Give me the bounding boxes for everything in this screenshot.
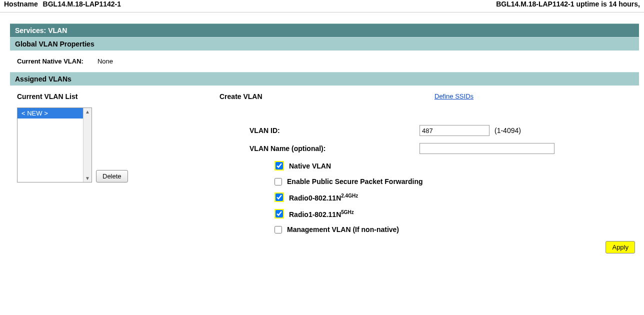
list-item[interactable]: < NEW > xyxy=(18,108,83,118)
radio0-checkbox[interactable] xyxy=(276,194,283,201)
radio1-prefix: Radio1-802.11N xyxy=(289,210,341,218)
vlan-id-label: VLAN ID: xyxy=(234,126,420,134)
define-ssids-link[interactable]: Define SSIDs xyxy=(434,92,474,100)
radio0-prefix: Radio0-802.11N xyxy=(289,194,341,202)
pspf-cb-label: Enable Public Secure Packet Forwarding xyxy=(287,178,423,186)
divider xyxy=(0,12,644,12)
scroll-down-icon[interactable]: ▼ xyxy=(85,174,90,182)
col-left: Current VLAN List < NEW > ▲ ▼ Delete xyxy=(17,92,220,182)
hostname-value: BGL14.M.18-LAP1142-1 xyxy=(43,0,121,8)
vlan-list-heading: Current VLAN List xyxy=(17,92,220,100)
native-vlan-checkbox[interactable] xyxy=(276,162,283,170)
radio0-cb-label: Radio0-802.11N2.4GHz xyxy=(289,193,358,202)
radio1-sup: 5GHz xyxy=(341,210,354,215)
vlan-id-input[interactable] xyxy=(420,125,490,136)
mgmt-vlan-cb-label: Management VLAN (If non-native) xyxy=(287,226,399,234)
radio0-sup: 2.4GHz xyxy=(341,193,358,198)
scroll-up-icon[interactable]: ▲ xyxy=(85,108,90,116)
native-vlan-label: Current Native VLAN: xyxy=(17,58,84,65)
header-global-props: Global VLAN Properties xyxy=(10,37,639,50)
radio1-checkbox[interactable] xyxy=(276,210,283,218)
vlan-name-label: VLAN Name (optional): xyxy=(234,144,420,152)
vlan-listbox[interactable]: < NEW > ▲ ▼ xyxy=(17,108,92,182)
vlan-name-input[interactable] xyxy=(420,143,554,154)
header-services-vlan: Services: VLAN xyxy=(10,24,639,37)
vlan-id-hint: (1-4094) xyxy=(494,126,521,134)
scrollbar[interactable]: ▲ ▼ xyxy=(83,108,92,182)
footer-buttons: Apply xyxy=(606,241,635,254)
native-vlan-value: None xyxy=(98,58,113,65)
delete-button[interactable]: Delete xyxy=(96,170,128,182)
top-info-row: Hostname BGL14.M.18-LAP1142-1 BGL14.M.18… xyxy=(0,0,644,10)
hostname-label: Hostname xyxy=(4,0,38,8)
col-mid: Create VLAN xyxy=(220,92,434,108)
mgmt-vlan-checkbox[interactable] xyxy=(274,226,282,234)
native-vlan-cb-label: Native VLAN xyxy=(289,162,331,170)
uptime-text: BGL14.M.18-LAP1142-1 uptime is 14 hours, xyxy=(496,0,640,8)
create-vlan-heading: Create VLAN xyxy=(220,92,434,100)
header-assigned-vlans: Assigned VLANs xyxy=(10,72,639,86)
hostname-block: Hostname BGL14.M.18-LAP1142-1 xyxy=(4,0,121,8)
radio1-cb-label: Radio1-802.11N5GHz xyxy=(289,210,354,218)
assigned-vlans-body: Current VLAN List < NEW > ▲ ▼ Delete Cre… xyxy=(10,86,639,256)
global-props-body: Current Native VLAN: None xyxy=(10,50,639,72)
main-panel: Services: VLAN Global VLAN Properties Cu… xyxy=(10,24,639,256)
pspf-checkbox[interactable] xyxy=(274,178,282,186)
col-right: Define SSIDs VLAN ID: (1-4094) VLAN Name… xyxy=(434,92,632,240)
apply-button[interactable]: Apply xyxy=(606,241,635,254)
